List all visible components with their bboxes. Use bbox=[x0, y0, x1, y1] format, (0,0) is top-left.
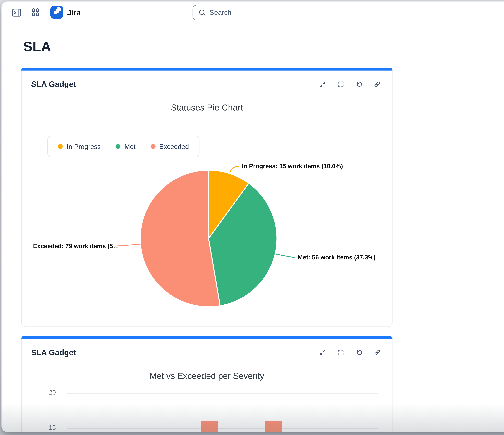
app-name[interactable]: Jira bbox=[67, 8, 81, 17]
pie-callout-exceeded: Exceeded: 79 work items (5… bbox=[33, 242, 119, 250]
bar-exceeded-1[interactable] bbox=[265, 421, 282, 432]
jira-logo-icon bbox=[51, 5, 63, 19]
gridline-15 bbox=[67, 428, 378, 429]
sidebar-expand-icon bbox=[11, 7, 21, 17]
pie-slice-exceeded[interactable] bbox=[140, 170, 220, 307]
y-tick-20: 20 bbox=[34, 389, 56, 396]
bar-chart: 2015 bbox=[22, 336, 392, 432]
pie-chart bbox=[22, 68, 393, 327]
app-switcher-button[interactable] bbox=[30, 7, 42, 18]
bar-exceeded-0[interactable] bbox=[201, 421, 218, 432]
jira-logo[interactable] bbox=[50, 6, 63, 19]
pie-leader-line bbox=[275, 254, 295, 258]
search-box bbox=[192, 5, 504, 20]
gridline-20 bbox=[67, 393, 378, 394]
search-input[interactable] bbox=[208, 6, 504, 19]
screen: Jira Create bbox=[0, 0, 504, 435]
y-tick-15: 15 bbox=[34, 424, 56, 431]
expand-sidebar-button[interactable] bbox=[10, 7, 22, 18]
pie-callout-met: Met: 56 work items (37.3%) bbox=[298, 254, 376, 261]
top-navigation-bar: Jira Create bbox=[1, 1, 504, 25]
pie-leader-line bbox=[230, 166, 239, 174]
jira-window: Jira Create bbox=[1, 1, 504, 432]
app-grid-icon bbox=[31, 7, 41, 17]
page-title: SLA bbox=[23, 39, 51, 55]
sla-gadget-bar-card: SLA Gadget bbox=[21, 336, 393, 432]
sla-gadget-pie-card: SLA Gadget bbox=[21, 68, 393, 327]
pie-callout-in-progress: In Progress: 15 work items (10.0%) bbox=[242, 163, 343, 170]
